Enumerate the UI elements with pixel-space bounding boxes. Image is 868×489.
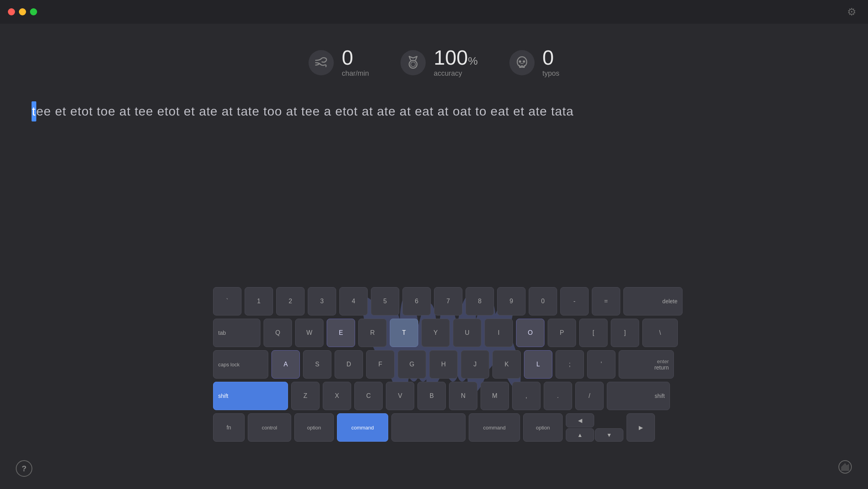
- key-m[interactable]: M: [481, 382, 509, 410]
- key-0[interactable]: 0: [529, 287, 557, 315]
- accuracy-label: accuracy: [434, 69, 462, 78]
- svg-point-1: [411, 62, 415, 67]
- titlebar: ⚙: [0, 0, 868, 24]
- key-option-left[interactable]: option: [294, 413, 334, 442]
- key-quote[interactable]: ': [587, 350, 615, 379]
- key-minus[interactable]: -: [560, 287, 589, 315]
- key-7[interactable]: 7: [434, 287, 462, 315]
- key-arrow-up[interactable]: ▲: [566, 428, 594, 442]
- key-w[interactable]: W: [295, 319, 324, 347]
- key-arrow-right[interactable]: ▶: [627, 413, 655, 442]
- key-s[interactable]: S: [303, 350, 331, 379]
- skull-icon: [509, 50, 535, 75]
- bottom-bar: ?: [0, 460, 868, 477]
- traffic-lights: [8, 8, 37, 15]
- key-control[interactable]: control: [248, 413, 291, 442]
- key-4[interactable]: 4: [339, 287, 368, 315]
- key-t[interactable]: T: [390, 319, 418, 347]
- key-r[interactable]: R: [358, 319, 387, 347]
- minimize-button[interactable]: [19, 8, 26, 15]
- key-shift-left[interactable]: shift: [213, 382, 288, 410]
- cursor-char: t: [32, 101, 36, 121]
- key-rbracket[interactable]: ]: [611, 319, 639, 347]
- row-zxcv: shift Z X C V B N M , . / shift: [213, 382, 655, 410]
- typos-value: 0: [542, 47, 554, 68]
- key-d[interactable]: D: [335, 350, 363, 379]
- stat-typos-values: 0 typos: [542, 47, 559, 78]
- key-command-right[interactable]: command: [469, 413, 520, 442]
- settings-button[interactable]: ⚙: [847, 6, 856, 18]
- close-button[interactable]: [8, 8, 15, 15]
- help-button[interactable]: ?: [16, 460, 32, 477]
- key-delete[interactable]: delete: [623, 287, 683, 315]
- key-z[interactable]: Z: [291, 382, 320, 410]
- key-c[interactable]: C: [354, 382, 383, 410]
- key-tab[interactable]: tab: [213, 319, 260, 347]
- key-p[interactable]: P: [548, 319, 576, 347]
- key-shift-right[interactable]: shift: [607, 382, 670, 410]
- key-arrow-left[interactable]: ◀: [566, 413, 594, 427]
- svg-point-0: [409, 60, 417, 68]
- key-j[interactable]: J: [461, 350, 489, 379]
- row-asdf: caps lock A S D F G H J K L ; ' enter re…: [213, 350, 655, 379]
- stat-char-per-min: 0 char/min: [309, 47, 369, 78]
- key-f[interactable]: F: [366, 350, 395, 379]
- row-qwerty: tab Q W E R T Y U I O P [ ] \: [213, 319, 655, 347]
- keyboard: ` 1 2 3 4 5 6 7 8 9 0 - = delete tab Q W…: [213, 287, 655, 442]
- key-option-right[interactable]: option: [523, 413, 563, 442]
- key-v[interactable]: V: [386, 382, 414, 410]
- maximize-button[interactable]: [30, 8, 37, 15]
- key-a[interactable]: A: [271, 350, 300, 379]
- stat-accuracy: 100% accuracy: [400, 47, 478, 78]
- svg-point-4: [523, 60, 525, 63]
- key-n[interactable]: N: [449, 382, 477, 410]
- char-per-min-label: char/min: [342, 69, 369, 78]
- key-y[interactable]: Y: [421, 319, 450, 347]
- key-equals[interactable]: =: [592, 287, 620, 315]
- medal-icon: [400, 50, 426, 75]
- key-backtick[interactable]: `: [213, 287, 241, 315]
- key-capslock[interactable]: caps lock: [213, 350, 268, 379]
- key-k[interactable]: K: [492, 350, 521, 379]
- key-1[interactable]: 1: [245, 287, 273, 315]
- key-2[interactable]: 2: [276, 287, 305, 315]
- keyboard-rows: ` 1 2 3 4 5 6 7 8 9 0 - = delete tab Q W…: [213, 287, 655, 442]
- svg-point-3: [519, 60, 521, 63]
- key-x[interactable]: X: [323, 382, 351, 410]
- key-comma[interactable]: ,: [512, 382, 541, 410]
- stats-bar: 0 char/min 100% accuracy: [0, 47, 868, 78]
- key-command-left[interactable]: command: [337, 413, 388, 442]
- key-i[interactable]: I: [485, 319, 513, 347]
- key-5[interactable]: 5: [371, 287, 399, 315]
- arrow-keys: ◀ ▲ ▼: [566, 413, 623, 442]
- key-enter[interactable]: enter return: [619, 350, 674, 379]
- key-8[interactable]: 8: [466, 287, 494, 315]
- key-h[interactable]: H: [429, 350, 458, 379]
- wind-icon: [309, 50, 334, 75]
- key-semicolon[interactable]: ;: [556, 350, 584, 379]
- key-g[interactable]: G: [398, 350, 426, 379]
- key-b[interactable]: B: [417, 382, 446, 410]
- key-fn[interactable]: fn: [213, 413, 245, 442]
- stat-typos: 0 typos: [509, 47, 559, 78]
- key-u[interactable]: U: [453, 319, 481, 347]
- key-3[interactable]: 3: [308, 287, 336, 315]
- key-space[interactable]: [391, 413, 466, 442]
- typing-area: tee et etot toe at tee etot et ate at ta…: [32, 101, 836, 121]
- key-9[interactable]: 9: [497, 287, 526, 315]
- key-lbracket[interactable]: [: [579, 319, 608, 347]
- row-bottom: fn control option command command option…: [213, 413, 655, 442]
- key-e[interactable]: E: [327, 319, 355, 347]
- typing-text-rest: ee et etot toe at tee etot et ate at tat…: [36, 104, 574, 118]
- key-l[interactable]: L: [524, 350, 552, 379]
- key-period[interactable]: .: [544, 382, 572, 410]
- typos-label: typos: [542, 69, 559, 78]
- key-6[interactable]: 6: [402, 287, 431, 315]
- key-arrow-down[interactable]: ▼: [595, 428, 623, 442]
- key-backslash[interactable]: \: [642, 319, 678, 347]
- key-q[interactable]: Q: [264, 319, 292, 347]
- key-o[interactable]: O: [516, 319, 544, 347]
- stat-accuracy-values: 100% accuracy: [434, 47, 478, 78]
- key-slash[interactable]: /: [575, 382, 604, 410]
- stat-char-values: 0 char/min: [342, 47, 369, 78]
